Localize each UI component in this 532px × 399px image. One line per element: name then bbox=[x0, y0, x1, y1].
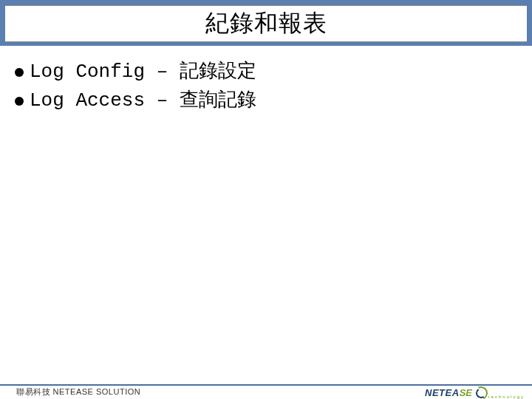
bullet-icon bbox=[15, 97, 24, 106]
bullet-icon bbox=[15, 68, 24, 77]
footer-text: 聯易科技 NETEASE SOLUTION bbox=[16, 386, 140, 398]
slide-title: 紀錄和報表 bbox=[205, 7, 327, 40]
logo-swoosh-icon bbox=[474, 386, 487, 399]
logo-text-accent: SE bbox=[460, 387, 472, 398]
bullet-text: Log Access – 查詢記錄 bbox=[30, 88, 256, 114]
body-content: Log Config – 記錄設定 Log Access – 查詢記錄 bbox=[15, 59, 517, 117]
logo-subtext: technology bbox=[488, 395, 525, 399]
list-item: Log Access – 查詢記錄 bbox=[15, 88, 517, 114]
footer-logo: NETEASE technology bbox=[425, 384, 525, 399]
title-band: 紀錄和報表 bbox=[0, 0, 532, 46]
bullet-text: Log Config – 記錄設定 bbox=[30, 59, 256, 85]
logo-text-main: NETEA bbox=[425, 387, 460, 398]
list-item: Log Config – 記錄設定 bbox=[15, 59, 517, 85]
slide: 紀錄和報表 Log Config – 記錄設定 Log Access – 查詢記… bbox=[0, 0, 532, 399]
title-inner: 紀錄和報表 bbox=[5, 5, 527, 42]
